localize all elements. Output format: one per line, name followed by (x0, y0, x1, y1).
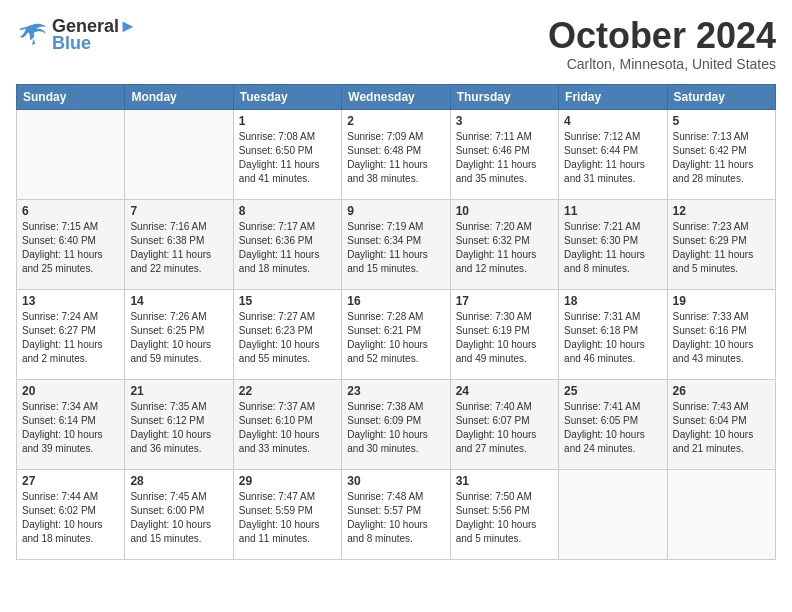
page-header: General► Blue October 2024 Carlton, Minn… (16, 16, 776, 72)
day-number: 23 (347, 384, 444, 398)
day-number: 19 (673, 294, 770, 308)
calendar-cell (667, 469, 775, 559)
day-number: 17 (456, 294, 553, 308)
day-number: 6 (22, 204, 119, 218)
day-info: Sunrise: 7:08 AMSunset: 6:50 PMDaylight:… (239, 130, 336, 186)
calendar-cell: 7Sunrise: 7:16 AMSunset: 6:38 PMDaylight… (125, 199, 233, 289)
week-row-4: 20Sunrise: 7:34 AMSunset: 6:14 PMDayligh… (17, 379, 776, 469)
calendar-cell: 10Sunrise: 7:20 AMSunset: 6:32 PMDayligh… (450, 199, 558, 289)
day-info: Sunrise: 7:12 AMSunset: 6:44 PMDaylight:… (564, 130, 661, 186)
calendar-cell: 25Sunrise: 7:41 AMSunset: 6:05 PMDayligh… (559, 379, 667, 469)
title-block: October 2024 Carlton, Minnesota, United … (548, 16, 776, 72)
day-info: Sunrise: 7:11 AMSunset: 6:46 PMDaylight:… (456, 130, 553, 186)
day-info: Sunrise: 7:13 AMSunset: 6:42 PMDaylight:… (673, 130, 770, 186)
day-info: Sunrise: 7:19 AMSunset: 6:34 PMDaylight:… (347, 220, 444, 276)
calendar-cell: 19Sunrise: 7:33 AMSunset: 6:16 PMDayligh… (667, 289, 775, 379)
col-tuesday: Tuesday (233, 84, 341, 109)
day-number: 22 (239, 384, 336, 398)
day-number: 3 (456, 114, 553, 128)
day-info: Sunrise: 7:09 AMSunset: 6:48 PMDaylight:… (347, 130, 444, 186)
week-row-3: 13Sunrise: 7:24 AMSunset: 6:27 PMDayligh… (17, 289, 776, 379)
day-number: 12 (673, 204, 770, 218)
calendar-cell (17, 109, 125, 199)
day-number: 18 (564, 294, 661, 308)
logo-text: General► Blue (52, 16, 137, 54)
day-number: 9 (347, 204, 444, 218)
week-row-1: 1Sunrise: 7:08 AMSunset: 6:50 PMDaylight… (17, 109, 776, 199)
day-number: 13 (22, 294, 119, 308)
day-info: Sunrise: 7:43 AMSunset: 6:04 PMDaylight:… (673, 400, 770, 456)
calendar-cell: 5Sunrise: 7:13 AMSunset: 6:42 PMDaylight… (667, 109, 775, 199)
col-wednesday: Wednesday (342, 84, 450, 109)
day-number: 29 (239, 474, 336, 488)
calendar-cell: 11Sunrise: 7:21 AMSunset: 6:30 PMDayligh… (559, 199, 667, 289)
calendar-cell: 26Sunrise: 7:43 AMSunset: 6:04 PMDayligh… (667, 379, 775, 469)
calendar-cell: 16Sunrise: 7:28 AMSunset: 6:21 PMDayligh… (342, 289, 450, 379)
calendar-cell: 1Sunrise: 7:08 AMSunset: 6:50 PMDaylight… (233, 109, 341, 199)
col-monday: Monday (125, 84, 233, 109)
day-number: 27 (22, 474, 119, 488)
day-info: Sunrise: 7:15 AMSunset: 6:40 PMDaylight:… (22, 220, 119, 276)
calendar-cell: 17Sunrise: 7:30 AMSunset: 6:19 PMDayligh… (450, 289, 558, 379)
day-info: Sunrise: 7:34 AMSunset: 6:14 PMDaylight:… (22, 400, 119, 456)
calendar-cell: 8Sunrise: 7:17 AMSunset: 6:36 PMDaylight… (233, 199, 341, 289)
day-number: 1 (239, 114, 336, 128)
calendar-cell: 14Sunrise: 7:26 AMSunset: 6:25 PMDayligh… (125, 289, 233, 379)
day-number: 25 (564, 384, 661, 398)
calendar-cell: 23Sunrise: 7:38 AMSunset: 6:09 PMDayligh… (342, 379, 450, 469)
day-info: Sunrise: 7:38 AMSunset: 6:09 PMDaylight:… (347, 400, 444, 456)
week-row-5: 27Sunrise: 7:44 AMSunset: 6:02 PMDayligh… (17, 469, 776, 559)
day-info: Sunrise: 7:31 AMSunset: 6:18 PMDaylight:… (564, 310, 661, 366)
calendar-cell: 3Sunrise: 7:11 AMSunset: 6:46 PMDaylight… (450, 109, 558, 199)
day-number: 14 (130, 294, 227, 308)
day-number: 4 (564, 114, 661, 128)
day-number: 28 (130, 474, 227, 488)
calendar-cell: 18Sunrise: 7:31 AMSunset: 6:18 PMDayligh… (559, 289, 667, 379)
calendar-cell: 15Sunrise: 7:27 AMSunset: 6:23 PMDayligh… (233, 289, 341, 379)
day-info: Sunrise: 7:28 AMSunset: 6:21 PMDaylight:… (347, 310, 444, 366)
calendar-cell: 27Sunrise: 7:44 AMSunset: 6:02 PMDayligh… (17, 469, 125, 559)
day-number: 16 (347, 294, 444, 308)
calendar-cell: 24Sunrise: 7:40 AMSunset: 6:07 PMDayligh… (450, 379, 558, 469)
logo: General► Blue (16, 16, 137, 54)
col-saturday: Saturday (667, 84, 775, 109)
col-sunday: Sunday (17, 84, 125, 109)
calendar-cell: 13Sunrise: 7:24 AMSunset: 6:27 PMDayligh… (17, 289, 125, 379)
day-info: Sunrise: 7:24 AMSunset: 6:27 PMDaylight:… (22, 310, 119, 366)
day-info: Sunrise: 7:45 AMSunset: 6:00 PMDaylight:… (130, 490, 227, 546)
calendar-cell: 21Sunrise: 7:35 AMSunset: 6:12 PMDayligh… (125, 379, 233, 469)
day-info: Sunrise: 7:41 AMSunset: 6:05 PMDaylight:… (564, 400, 661, 456)
day-info: Sunrise: 7:26 AMSunset: 6:25 PMDaylight:… (130, 310, 227, 366)
day-number: 8 (239, 204, 336, 218)
day-info: Sunrise: 7:27 AMSunset: 6:23 PMDaylight:… (239, 310, 336, 366)
day-info: Sunrise: 7:20 AMSunset: 6:32 PMDaylight:… (456, 220, 553, 276)
calendar-cell: 22Sunrise: 7:37 AMSunset: 6:10 PMDayligh… (233, 379, 341, 469)
day-number: 24 (456, 384, 553, 398)
day-info: Sunrise: 7:40 AMSunset: 6:07 PMDaylight:… (456, 400, 553, 456)
calendar-cell (559, 469, 667, 559)
day-number: 5 (673, 114, 770, 128)
calendar-cell: 20Sunrise: 7:34 AMSunset: 6:14 PMDayligh… (17, 379, 125, 469)
day-info: Sunrise: 7:21 AMSunset: 6:30 PMDaylight:… (564, 220, 661, 276)
day-number: 7 (130, 204, 227, 218)
calendar-cell (125, 109, 233, 199)
day-info: Sunrise: 7:50 AMSunset: 5:56 PMDaylight:… (456, 490, 553, 546)
calendar-table: Sunday Monday Tuesday Wednesday Thursday… (16, 84, 776, 560)
day-info: Sunrise: 7:44 AMSunset: 6:02 PMDaylight:… (22, 490, 119, 546)
calendar-cell: 30Sunrise: 7:48 AMSunset: 5:57 PMDayligh… (342, 469, 450, 559)
calendar-cell: 29Sunrise: 7:47 AMSunset: 5:59 PMDayligh… (233, 469, 341, 559)
svg-marker-0 (32, 39, 35, 45)
calendar-cell: 9Sunrise: 7:19 AMSunset: 6:34 PMDaylight… (342, 199, 450, 289)
day-number: 21 (130, 384, 227, 398)
day-number: 26 (673, 384, 770, 398)
logo-icon (16, 21, 48, 49)
day-info: Sunrise: 7:35 AMSunset: 6:12 PMDaylight:… (130, 400, 227, 456)
day-info: Sunrise: 7:48 AMSunset: 5:57 PMDaylight:… (347, 490, 444, 546)
day-number: 31 (456, 474, 553, 488)
col-thursday: Thursday (450, 84, 558, 109)
day-number: 2 (347, 114, 444, 128)
day-number: 10 (456, 204, 553, 218)
day-info: Sunrise: 7:47 AMSunset: 5:59 PMDaylight:… (239, 490, 336, 546)
calendar-cell: 4Sunrise: 7:12 AMSunset: 6:44 PMDaylight… (559, 109, 667, 199)
day-number: 30 (347, 474, 444, 488)
